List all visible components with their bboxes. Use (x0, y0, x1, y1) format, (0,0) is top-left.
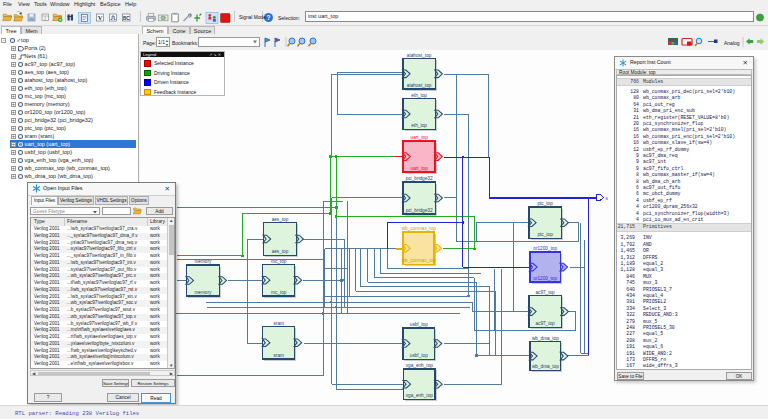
svg-text:wb_conmax_top: wb_conmax_top (402, 258, 437, 263)
svg-text:wb_dma_top: wb_dma_top (532, 364, 559, 369)
svg-text:eth_top: eth_top (411, 93, 427, 98)
svg-text:or1200_top: or1200_top (533, 246, 557, 251)
svg-text:memory: memory (194, 290, 212, 295)
svg-text:sram: sram (273, 353, 284, 358)
svg-text:pci_bridge32: pci_bridge32 (406, 176, 433, 181)
svg-text:usbf_top: usbf_top (410, 322, 428, 327)
svg-text:ptc_top: ptc_top (537, 201, 553, 206)
svg-text:wb_dma_top: wb_dma_top (532, 336, 559, 341)
svg-text:atahost_top: atahost_top (407, 83, 432, 88)
svg-text:atahost_top: atahost_top (407, 53, 432, 58)
svg-text:vga_enh_top: vga_enh_top (406, 363, 434, 368)
svg-text:BC: BC (123, 16, 130, 21)
svg-text:uart_top: uart_top (411, 166, 429, 171)
svg-text:uart_top: uart_top (411, 135, 429, 140)
svg-text:pci_bridge32: pci_bridge32 (406, 208, 433, 213)
svg-text:?: ? (267, 14, 271, 21)
svg-text:vga_enh_top: vga_enh_top (406, 393, 434, 398)
svg-text:mc_top: mc_top (271, 290, 287, 295)
svg-text:sram: sram (273, 321, 284, 326)
svg-text:ac97_top: ac97_top (535, 321, 555, 326)
svg-text:ac97_top: ac97_top (535, 290, 555, 295)
svg-text:mc_top: mc_top (271, 259, 287, 264)
svg-text:eth_top: eth_top (411, 123, 427, 128)
svg-text:V: V (98, 14, 103, 21)
svg-text:wb_conmax_top: wb_conmax_top (402, 226, 437, 231)
svg-text:aes_top: aes_top (272, 217, 289, 222)
svg-text:ptc_top: ptc_top (537, 232, 553, 237)
svg-text:aes_top: aes_top (272, 249, 289, 254)
svg-text:or1200_top: or1200_top (533, 276, 557, 281)
svg-text:usbf_top: usbf_top (410, 353, 428, 358)
svg-text:s: s (606, 196, 609, 201)
svg-text:memory: memory (194, 259, 212, 264)
